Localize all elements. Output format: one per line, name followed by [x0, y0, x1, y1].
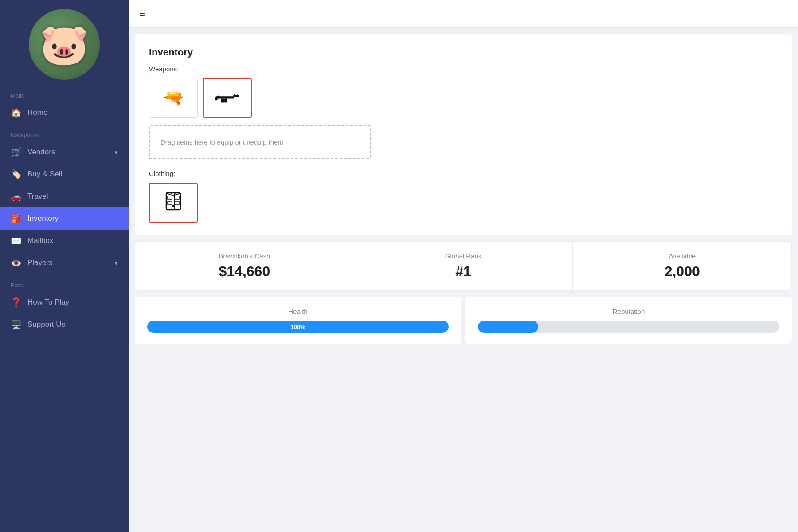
progress-health-fill: 100%: [147, 321, 449, 333]
sidebar-item-players[interactable]: 👁️ Players ▾: [0, 252, 129, 274]
svg-rect-14: [175, 201, 179, 205]
drag-drop-zone[interactable]: Drag items here to equip or unequip them: [149, 125, 371, 159]
home-icon: 🏠: [11, 107, 21, 118]
sidebar: 🐷 Main 🏠 Home Navigation 🛒 Vendors ▾ 🏷️ …: [0, 0, 129, 532]
sidebar-item-mailbox-label: Mailbox: [27, 236, 118, 245]
players-icon: 👁️: [11, 258, 21, 268]
progress-health-label: Health: [147, 308, 449, 315]
players-chevron: ▾: [115, 260, 118, 266]
progress-health-bg: 100%: [147, 321, 449, 333]
svg-rect-4: [225, 98, 227, 103]
stat-available: Available 2,000: [573, 242, 791, 290]
svg-rect-12: [175, 196, 179, 200]
section-label-extra: Extra: [0, 274, 129, 291]
sidebar-item-mailbox[interactable]: ✉️ Mailbox: [0, 230, 129, 252]
svg-rect-6: [234, 94, 235, 96]
logo-area: 🐷: [0, 0, 129, 84]
sidebar-item-support-us-label: Support Us: [27, 320, 118, 329]
progress-health-text: 100%: [290, 324, 305, 330]
sidebar-item-inventory-label: Inventory: [27, 214, 118, 223]
sidebar-item-vendors-label: Vendors: [27, 148, 109, 156]
logo-circle: 🐷: [29, 9, 100, 80]
stat-rank-label: Global Rank: [367, 252, 560, 260]
svg-rect-13: [168, 201, 172, 205]
sidebar-item-buy-sell[interactable]: 🏷️ Buy & Sell: [0, 163, 129, 185]
content-area: Inventory Weapons: 🔫: [129, 28, 798, 532]
sidebar-item-travel[interactable]: 🚗 Travel: [0, 185, 129, 207]
stat-available-label: Available: [585, 252, 779, 260]
sidebar-section-navigation: Navigation 🛒 Vendors ▾ 🏷️ Buy & Sell 🚗 T…: [0, 124, 129, 274]
stats-row: Brawnkoh's Cash $14,660 Global Rank #1 A…: [135, 241, 792, 291]
sidebar-item-players-label: Players: [27, 258, 109, 267]
weapons-row: 🔫: [149, 78, 778, 118]
svg-marker-7: [238, 94, 239, 96]
inventory-card: Inventory Weapons: 🔫: [135, 34, 792, 235]
weapon-rifle-box[interactable]: [203, 78, 252, 118]
vendors-icon: 🛒: [11, 147, 21, 157]
hamburger-menu[interactable]: ≡: [139, 8, 145, 20]
progress-reputation-bg: [478, 321, 779, 333]
inventory-icon: 🎒: [11, 213, 21, 224]
vest-icon: [160, 189, 187, 216]
support-us-icon: 🖥️: [11, 319, 21, 330]
progress-reputation-fill: [478, 321, 538, 333]
sidebar-item-inventory[interactable]: 🎒 Inventory: [0, 207, 129, 230]
clothing-section-label: Clothing:: [149, 170, 778, 177]
progress-reputation-label: Reputation: [478, 308, 779, 315]
sidebar-section-extra: Extra ❓ How To Play 🖥️ Support Us: [0, 274, 129, 336]
svg-rect-3: [221, 99, 225, 103]
weapons-section-label: Weapons:: [149, 65, 778, 73]
svg-rect-5: [218, 96, 219, 99]
weapon-pistol-box[interactable]: 🔫: [149, 78, 198, 118]
drag-hint-text: Drag items here to equip or unequip them: [160, 138, 283, 146]
sidebar-item-vendors[interactable]: 🛒 Vendors ▾: [0, 141, 129, 163]
sidebar-item-how-to-play[interactable]: ❓ How To Play: [0, 291, 129, 313]
stat-available-value: 2,000: [585, 263, 779, 280]
travel-icon: 🚗: [11, 191, 21, 202]
sidebar-item-travel-label: Travel: [27, 192, 118, 201]
pistol-icon: 🔫: [164, 89, 184, 107]
progress-row: Health 100% Reputation: [135, 297, 792, 344]
stat-cash-value: $14,660: [148, 263, 341, 280]
stat-cash: Brawnkoh's Cash $14,660: [135, 242, 354, 290]
sidebar-section-main: Main 🏠 Home: [0, 84, 129, 124]
stat-rank: Global Rank #1: [354, 242, 573, 290]
sidebar-item-buy-sell-label: Buy & Sell: [27, 170, 118, 179]
sidebar-item-how-to-play-label: How To Play: [27, 298, 118, 307]
main-content: ≡ Inventory Weapons: 🔫: [129, 0, 798, 532]
clothing-vest-box[interactable]: [149, 183, 198, 223]
how-to-play-icon: ❓: [11, 297, 21, 308]
mailbox-icon: ✉️: [11, 235, 21, 246]
topbar: ≡: [129, 0, 798, 28]
svg-rect-2: [215, 97, 218, 101]
stat-cash-label: Brawnkoh's Cash: [148, 252, 341, 260]
rifle-icon: [214, 88, 241, 108]
svg-rect-11: [168, 196, 172, 200]
clothing-row: [149, 183, 778, 223]
sidebar-item-support-us[interactable]: 🖥️ Support Us: [0, 313, 129, 336]
inventory-title: Inventory: [149, 47, 778, 58]
buy-sell-icon: 🏷️: [11, 169, 21, 180]
progress-health-card: Health 100%: [135, 297, 461, 344]
vendors-chevron: ▾: [115, 149, 118, 156]
section-label-navigation: Navigation: [0, 124, 129, 141]
section-label-main: Main: [0, 84, 129, 102]
sidebar-item-home-label: Home: [27, 108, 118, 117]
stat-rank-value: #1: [367, 263, 560, 280]
progress-reputation-card: Reputation: [466, 297, 792, 344]
sidebar-item-home[interactable]: 🏠 Home: [0, 102, 129, 124]
